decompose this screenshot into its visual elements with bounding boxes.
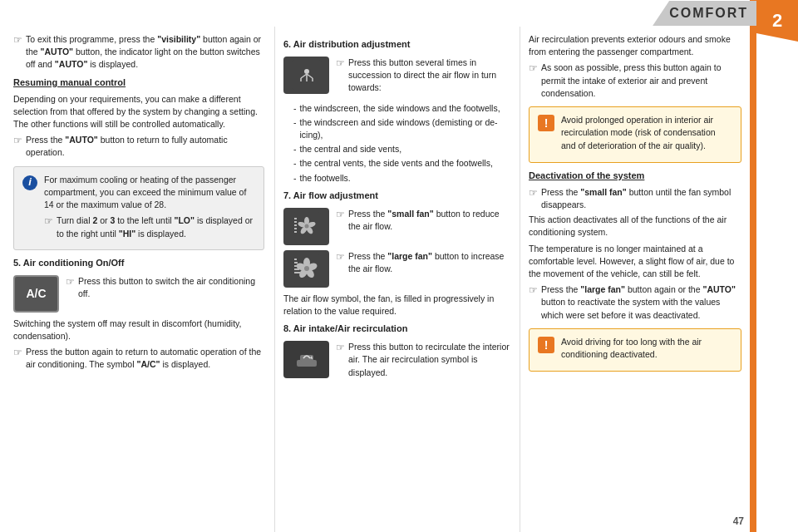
small-fan-icon xyxy=(293,212,321,240)
ac-label: A/C xyxy=(26,285,46,302)
distribution-press-text: Press this button several times in succe… xyxy=(348,57,511,95)
svg-rect-14 xyxy=(294,218,297,219)
warning-1-content: Avoid prolonged operation in interior ai… xyxy=(561,114,732,152)
arrow-icon: ☞ xyxy=(13,33,22,71)
large-fan-text: Press the "large fan" button to increase… xyxy=(348,250,511,275)
warning-icon-1: ! xyxy=(538,115,554,131)
recirculation-button-image xyxy=(283,341,329,378)
info-box: i For maximum cooling or heating of the … xyxy=(13,166,264,250)
info-dial-item: ☞ Turn dial 2 or 3 to the left until "LO… xyxy=(44,214,255,239)
recirculation-bullet: ☞ As soon as possible, press this button… xyxy=(529,62,741,100)
auto-return-text: Press the "AUTO" button to return to ful… xyxy=(26,134,264,159)
deactivation-text2: The temperature is no longer maintained … xyxy=(529,243,741,281)
left-column: ☞ To exit this programme, press the "vis… xyxy=(0,27,274,532)
press-again-item: ☞ Press the button again to return to au… xyxy=(13,346,264,371)
middle-column: 6. Air distribution adjustment ☞ Press t… xyxy=(274,27,520,532)
arrow-icon5: ☞ xyxy=(13,346,22,371)
svg-rect-29 xyxy=(294,268,299,270)
arrow-icon9: ☞ xyxy=(336,341,345,379)
section7-title: 7. Air flow adjustment xyxy=(283,190,511,203)
distribution-press-item: ☞ Press this button several times in suc… xyxy=(336,57,511,95)
info-box-content: For maximum cooling or heating of the pa… xyxy=(44,174,255,240)
header: COMFORT 2 xyxy=(0,0,798,27)
section8-title: 8. Air intake/Air recirculation xyxy=(283,323,511,336)
svg-rect-26 xyxy=(294,259,297,260)
warning-2-text: Avoid driving for too long with the air … xyxy=(561,336,732,361)
warning-2-content: Avoid driving for too long with the air … xyxy=(561,336,732,361)
arrow-icon8: ☞ xyxy=(336,250,345,275)
orange-sidebar xyxy=(750,0,756,532)
svg-rect-18 xyxy=(294,231,297,233)
deactivation-bullet2-text: Press the "large fan" button again or th… xyxy=(541,283,741,322)
distribution-icon xyxy=(292,60,322,90)
recirculation-press-item: ☞ Press this button to recirculate the i… xyxy=(336,341,511,379)
svg-point-1 xyxy=(304,69,309,74)
distribution-button-row: ☞ Press this button several times in suc… xyxy=(283,57,511,97)
arrow-icon6: ☞ xyxy=(336,57,345,95)
exit-programme-text: To exit this programme, press the "visib… xyxy=(26,33,264,71)
arrow-icon2: ☞ xyxy=(13,134,22,159)
arrow-icon12: ☞ xyxy=(529,283,538,322)
large-fan-press-item: ☞ Press the "large fan" button to increa… xyxy=(336,250,511,275)
deactivation-bullet1-text: Press the "small fan" button until the f… xyxy=(541,186,741,211)
large-fan-row: ☞ Press the "large fan" button to increa… xyxy=(283,250,511,288)
info-line1: For maximum cooling or heating of the pa… xyxy=(44,174,255,212)
large-fan-button-image xyxy=(283,250,329,288)
arrow-icon10: ☞ xyxy=(529,62,538,100)
header-number: 2 xyxy=(756,0,798,42)
svg-point-13 xyxy=(304,224,308,229)
svg-rect-30 xyxy=(294,272,300,273)
arrow-icon7: ☞ xyxy=(336,208,345,233)
arrow-icon3: ☞ xyxy=(44,214,53,239)
small-fan-row: ☞ Press the "small fan" button to reduce… xyxy=(283,208,511,245)
warning-icon-2: ! xyxy=(538,337,554,353)
section6-title: 6. Air distribution adjustment xyxy=(283,38,511,52)
ac-press-text: Press this button to switch the air cond… xyxy=(78,275,264,300)
svg-point-25 xyxy=(304,266,309,271)
ac-button-image: A/C xyxy=(13,275,59,313)
large-fan-icon xyxy=(293,254,321,283)
svg-rect-27 xyxy=(294,262,298,264)
airflow-text: The air flow symbol, the fan, is filled … xyxy=(283,293,511,318)
auto-return-item: ☞ Press the "AUTO" button to return to f… xyxy=(13,134,264,159)
recirculation-press-text: Press this button to recirculate the int… xyxy=(348,341,511,379)
small-fan-text: Press the "small fan" button to reduce t… xyxy=(348,208,511,233)
page-number: 47 xyxy=(733,515,744,527)
small-fan-button-image xyxy=(283,208,329,245)
section5-title: 5. Air conditioning On/Off xyxy=(13,257,264,270)
right-column: Air recirculation prevents exterior odou… xyxy=(520,27,750,532)
switching-text: Switching the system off may result in d… xyxy=(13,318,264,342)
recirculation-button-row: ☞ Press this button to recirculate the i… xyxy=(283,341,511,382)
svg-rect-16 xyxy=(294,224,297,226)
ac-button-row: A/C ☞ Press this button to switch the ai… xyxy=(13,275,264,313)
dist-item-3: -the central and side vents, xyxy=(293,143,511,155)
distribution-list: -the windscreen, the side windows and th… xyxy=(293,102,511,185)
deactivation-title: Deactivation of the system xyxy=(529,170,741,183)
ac-press-item: ☞ Press this button to switch the air co… xyxy=(66,275,264,300)
arrow-icon4: ☞ xyxy=(66,275,75,300)
arrow-icon11: ☞ xyxy=(529,186,538,211)
dist-item-2: -the windscreen and side windows (demist… xyxy=(293,116,511,141)
recirculation-intro: Air recirculation prevents exterior odou… xyxy=(529,33,741,58)
recirculation-icon xyxy=(292,345,322,375)
recirculation-bullet-text: As soon as possible, press this button a… xyxy=(541,62,741,100)
svg-rect-17 xyxy=(294,228,297,229)
warning-box-1: ! Avoid prolonged operation in interior … xyxy=(529,106,741,163)
warning-box-2: ! Avoid driving for too long with the ai… xyxy=(529,328,741,372)
dist-item-1: -the windscreen, the side windows and th… xyxy=(293,102,511,115)
small-fan-press-item: ☞ Press the "small fan" button to reduce… xyxy=(336,208,511,233)
distribution-button-image xyxy=(283,57,329,94)
deactivation-bullet1: ☞ Press the "small fan" button until the… xyxy=(529,186,741,211)
dist-item-5: -the footwells. xyxy=(293,172,511,185)
press-again-text: Press the button again to return to auto… xyxy=(26,346,264,371)
main-content: ☞ To exit this programme, press the "vis… xyxy=(0,27,750,532)
deactivation-text1: This action deactivates all of the funct… xyxy=(529,214,741,239)
resuming-title: Resuming manual control xyxy=(13,76,264,90)
dist-item-4: -the central vents, the side vents and t… xyxy=(293,157,511,170)
deactivation-bullet2: ☞ Press the "large fan" button again or … xyxy=(529,283,741,322)
resuming-body: Depending on your requirements, you can … xyxy=(13,93,264,131)
svg-rect-15 xyxy=(294,221,297,223)
svg-rect-28 xyxy=(294,265,298,267)
warning-1-text: Avoid prolonged operation in interior ai… xyxy=(561,114,732,152)
info-icon: i xyxy=(22,175,37,190)
